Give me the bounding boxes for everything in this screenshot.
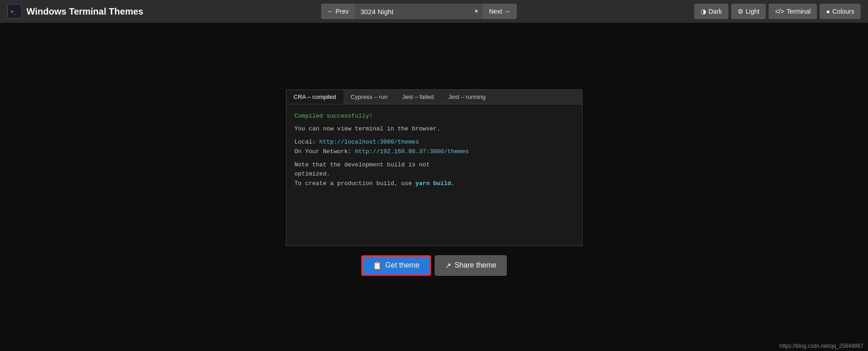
terminal-window: CRA – compiledCypress – runJest – failed… [286,89,582,246]
share-theme-button[interactable]: ↗ Share theme [435,255,507,276]
status-url: https://blog.csdn.net/qq_25649867 [780,343,863,349]
terminal-tabs: CRA – compiledCypress – runJest – failed… [286,90,582,104]
terminal-icon: </> [775,8,784,15]
share-theme-icon: ↗ [445,261,451,270]
status-bar: https://blog.csdn.net/qq_25649867 [775,341,868,351]
local-url: http://localhost:3000/themes [319,139,419,145]
terminal-tab[interactable]: CRA – compiled [286,90,343,104]
terminal-container: CRA – compiledCypress – runJest – failed… [286,89,582,276]
terminal-body: Compiled successfully! You can now view … [286,104,582,246]
dark-icon: ◑ [701,8,706,15]
colours-icon: ● [826,8,830,15]
local-label: Local: [295,139,320,145]
nav-right: ◑ Dark ⚙ Light </> Terminal ● Colours [694,4,861,19]
get-theme-icon: 📋 [373,261,382,270]
get-theme-label: Get theme [385,261,420,269]
terminal-tab[interactable]: Jest – failed [395,90,441,104]
note3-pre: To create a production build, use [295,180,416,187]
browser-line: You can now view terminal in the browser… [295,124,574,134]
note2-line: optimized. [295,170,574,179]
network-line: On Your Network: http://192.168.86.37:30… [295,147,574,157]
colours-button[interactable]: ● Colours [820,4,861,19]
prev-button[interactable]: ← Prev [321,4,355,19]
terminal-tab[interactable]: Cypress – run [343,90,395,104]
network-label: On Your Network: [295,148,355,155]
main-content: CRA – compiledCypress – runJest – failed… [0,23,868,351]
colours-label: Colours [832,8,854,15]
svg-text:>_: >_ [10,9,17,15]
note1-line: Note that the development build is not [295,160,574,170]
terminal-tab[interactable]: Jest – running [441,90,493,104]
logo-area: >_ Windows Terminal Themes [7,4,143,19]
next-button[interactable]: Next → [483,4,517,19]
terminal-logo-icon: >_ [7,4,22,19]
network-url: http://192.168.86.37:3000/themes [355,148,469,155]
note3-post: . [451,180,455,187]
light-icon: ⚙ [738,8,743,15]
action-buttons: 📋 Get theme ↗ Share theme [361,255,507,276]
light-label: Light [746,8,759,15]
terminal-label: Terminal [786,8,811,15]
get-theme-button[interactable]: 📋 Get theme [361,255,431,276]
local-line: Local: http://localhost:3000/themes [295,138,574,147]
theme-select-wrapper: 3024 Night3024 DayAcrionAdventureTimeAft… [355,4,483,19]
app-title: Windows Terminal Themes [26,6,143,17]
dark-mode-button[interactable]: ◑ Dark [694,4,728,19]
theme-select[interactable]: 3024 Night3024 DayAcrionAdventureTimeAft… [355,4,483,19]
note3-line: To create a production build, use yarn b… [295,179,574,189]
light-mode-button[interactable]: ⚙ Light [731,4,766,19]
nav-center: ← Prev 3024 Night3024 DayAcrionAdventure… [321,4,517,19]
header: >_ Windows Terminal Themes ← Prev 3024 N… [0,0,868,23]
dark-label: Dark [708,8,722,15]
share-theme-label: Share theme [455,261,497,269]
yarn-build-cmd: yarn build [416,180,451,187]
success-line: Compiled successfully! [295,112,574,121]
terminal-mode-button[interactable]: </> Terminal [769,4,817,19]
